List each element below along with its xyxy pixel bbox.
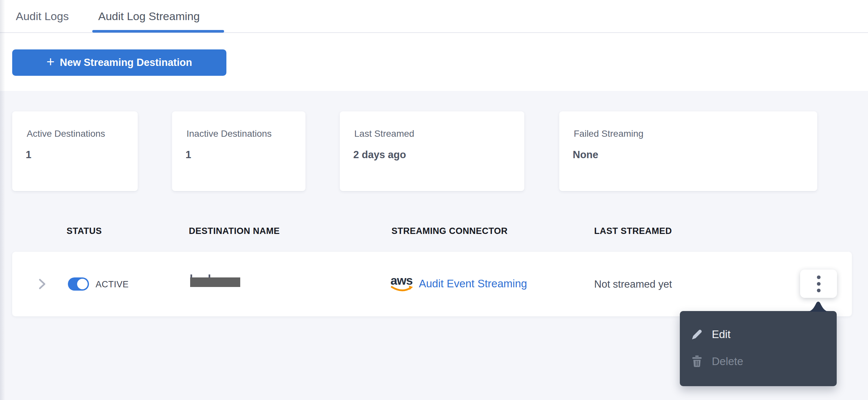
stat-value: None: [573, 149, 598, 161]
trash-icon: [691, 356, 703, 367]
menu-item-label: Edit: [712, 328, 731, 341]
context-menu-arrow: [807, 299, 830, 312]
audit-log-streaming-page: Audit Logs Audit Log Streaming + New Str…: [0, 0, 868, 400]
stat-value: 1: [26, 149, 31, 161]
tab-bar: Audit Logs Audit Log Streaming: [0, 0, 868, 33]
stat-label: Active Destinations: [27, 128, 105, 139]
stat-card-last-streamed: Last Streamed 2 days ago: [340, 111, 524, 191]
status-badge: ACTIVE: [96, 279, 129, 289]
tab-audit-log-streaming[interactable]: Audit Log Streaming: [98, 0, 200, 32]
kebab-dot: [817, 282, 820, 286]
toggle-knob: [77, 279, 88, 289]
stat-value: 1: [186, 149, 191, 161]
new-streaming-destination-label: New Streaming Destination: [60, 57, 192, 68]
stat-label: Last Streamed: [354, 128, 414, 139]
stat-label: Inactive Destinations: [187, 128, 272, 139]
aws-logo-icon: aws: [390, 275, 416, 293]
expand-row-chevron-icon[interactable]: [38, 277, 46, 290]
row-context-menu: Edit Delete: [680, 311, 837, 386]
menu-item-label: Delete: [712, 355, 743, 368]
connector-link[interactable]: Audit Event Streaming: [419, 277, 527, 290]
kebab-dot: [817, 289, 820, 292]
column-header-streaming-connector: STREAMING CONNECTOR: [392, 226, 508, 236]
pencil-icon: [691, 329, 703, 340]
menu-item-delete[interactable]: Delete: [680, 348, 837, 375]
column-header-last-streamed: LAST STREAMED: [594, 226, 672, 236]
tab-audit-logs[interactable]: Audit Logs: [16, 0, 69, 32]
stat-value: 2 days ago: [353, 149, 406, 161]
table-header: STATUS DESTINATION NAME STREAMING CONNEC…: [0, 226, 868, 237]
active-tab-underline: [92, 30, 224, 33]
last-streamed-value: Not streamed yet: [594, 278, 672, 290]
table-row: ACTIVE aws Audit Event Streaming Not str…: [12, 252, 852, 316]
row-actions-kebab-button[interactable]: [800, 270, 837, 298]
column-header-status: STATUS: [67, 226, 102, 236]
stat-card-inactive-destinations: Inactive Destinations 1: [172, 111, 306, 191]
stat-label: Failed Streaming: [574, 128, 644, 139]
svg-text:aws: aws: [391, 275, 412, 287]
menu-item-edit[interactable]: Edit: [680, 321, 837, 348]
status-toggle[interactable]: [68, 277, 89, 290]
stat-card-failed-streaming: Failed Streaming None: [559, 111, 817, 191]
column-header-destination-name: DESTINATION NAME: [189, 226, 280, 236]
stat-card-active-destinations: Active Destinations 1: [12, 111, 138, 191]
new-streaming-destination-button[interactable]: + New Streaming Destination: [12, 50, 226, 76]
kebab-dot: [817, 275, 820, 279]
destination-name-redacted: [190, 277, 240, 287]
plus-icon: +: [46, 55, 55, 69]
